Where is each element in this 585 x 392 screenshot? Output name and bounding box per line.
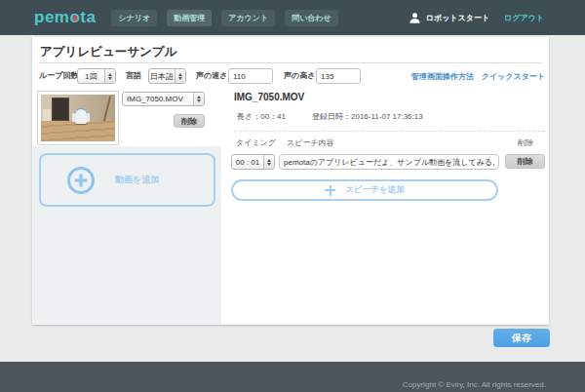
page-footer: Copyright © Eviry, Inc. All rights reser… [0,362,585,392]
select-arrows-icon [193,93,204,105]
plus-circle-icon [67,167,95,194]
video-file-select[interactable]: IMG_7050.MOV [122,92,205,106]
select-arrows-icon [104,69,115,83]
video-thumbnail [37,91,119,145]
video-registered-date: 登録日時：2016-11-07 17:36:13 [312,111,423,122]
header-user-area: ロボットスタート ログアウト [409,12,544,24]
language-label: 言語 [126,68,141,84]
nav-scenario[interactable]: シナリオ [111,10,157,26]
app-screen: pemota シナリオ 動画管理 アカウント 問い合わせ ロボットスタート ログ… [0,0,585,392]
add-speech-label: スピーチを追加 [345,184,404,196]
main-nav: シナリオ 動画管理 アカウント 問い合わせ [111,10,337,26]
loop-count-select[interactable]: 1回 [77,68,116,84]
nav-account[interactable]: アカウント [221,10,275,26]
select-arrows-icon [175,69,185,83]
nav-contact[interactable]: 問い合わせ [285,10,338,26]
top-navbar: pemota シナリオ 動画管理 アカウント 問い合わせ ロボットスタート ログ… [0,0,585,35]
dashed-divider [234,131,545,132]
title-divider [39,62,542,63]
scenario-card: アプリレビューサンプル ループ回数 1回 言語 日本語 声の速さ 声の高さ 管理… [32,37,549,325]
loop-count-label: ループ回数 [39,68,78,84]
video-list-panel: 動画を追加 [32,146,221,325]
voice-speed-label: 声の速さ [196,68,227,84]
speech-timing-select[interactable]: 00 : 01 [231,154,275,170]
delete-video-button[interactable]: 削除 [174,114,205,128]
speech-content-column-header: スピーチ内容 [287,137,334,148]
video-thumbnail-image [41,95,115,141]
timing-column-header: タイミング [236,137,276,148]
voice-speed-input[interactable] [228,68,273,84]
video-title: IMG_7050.MOV [234,92,304,102]
voice-pitch-label: 声の高さ [284,68,315,84]
help-links: 管理画面操作方法 クイックスタート [411,68,545,84]
delete-column-header: 削除 [518,137,533,148]
video-length: 長さ：00：41 [237,111,286,122]
add-speech-button[interactable]: スピーチを追加 [231,179,498,201]
plus-icon [325,185,335,196]
admin-guide-link[interactable]: 管理画面操作方法 [411,71,474,82]
nav-video-management[interactable]: 動画管理 [167,10,212,26]
language-select[interactable]: 日本語 [148,68,186,84]
save-button[interactable]: 保存 [493,329,550,347]
user-icon [409,12,421,24]
copyright-text: Copyright © Eviry, Inc. All rights reser… [403,380,546,389]
select-arrows-icon [263,155,274,169]
video-file-value: IMG_7050.MOV [123,95,193,103]
voice-pitch-input[interactable] [316,68,361,84]
loop-count-value: 1回 [78,71,104,82]
logo-o-with-dot-icon: o [69,8,80,26]
delete-speech-button[interactable]: 削除 [505,154,545,169]
quickstart-link[interactable]: クイックスタート [482,71,545,82]
robot-figure [75,107,87,124]
logout-link[interactable]: ログアウト [504,13,544,23]
add-video-label: 動画を追加 [115,174,159,186]
speech-content-input[interactable] [279,154,499,170]
pemota-logo[interactable]: pemota [34,8,96,27]
speech-timing-value: 00 : 01 [232,158,263,167]
page-title: アプリレビューサンプル [40,44,176,60]
user-name: ロボットスタート [426,13,489,23]
language-value: 日本語 [149,71,175,82]
add-video-button[interactable]: 動画を追加 [39,153,215,207]
